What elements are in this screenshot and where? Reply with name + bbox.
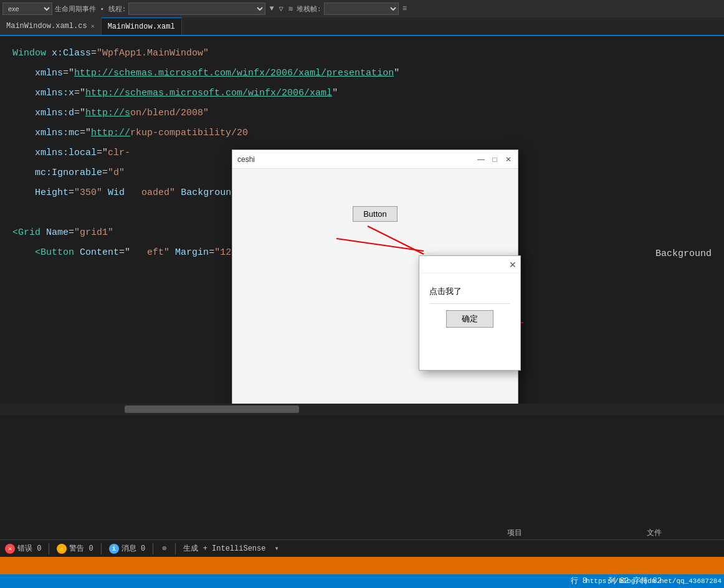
stack-label: 堆栈帧: — [297, 4, 322, 14]
divider-3 — [153, 543, 153, 554]
filter-icon: ▼ — [268, 4, 275, 13]
lifecycle-label: 生命周期事件 • 线程: — [55, 4, 126, 14]
divider-4 — [175, 543, 176, 554]
file-label: 文件 — [647, 528, 662, 538]
wpf-controls: — □ ✕ — [477, 155, 513, 164]
project-label: 项目 — [507, 528, 522, 538]
thread-dropdown[interactable] — [128, 2, 265, 15]
warning-badge: ⚠ 警告 0 — [57, 543, 93, 554]
blog-label: https://blog.csdn.net/qq_43687284 — [586, 574, 724, 588]
row-label: 行 8 — [571, 574, 587, 588]
orange-bar — [0, 557, 724, 574]
tabs-row: MainWindow.xaml.cs ✕ MainWindow.xaml — [0, 17, 724, 36]
error-badge: ✕ 错误 0 — [5, 543, 41, 554]
build-label: 生成 + IntelliSense — [183, 543, 265, 554]
tab-label-active: MainWindow.xaml — [108, 22, 175, 31]
code-line-2: xmlns="http://schemas.microsoft.com/winf… — [12, 64, 712, 83]
info-badge: i 消息 0 — [109, 543, 145, 554]
dialog-close-button[interactable]: ✕ — [509, 260, 517, 270]
divider-1 — [49, 543, 49, 554]
wpf-titlebar: ceshi — □ ✕ — [232, 150, 518, 169]
tab-label: MainWindow.xaml.cs — [6, 22, 87, 31]
filter2-icon: ▽ — [278, 4, 285, 14]
editor-area: Window x:Class="WpfApp1.MainWindow" xmln… — [0, 36, 724, 404]
dialog-window: ✕ 点击我了 确定 — [419, 255, 521, 371]
error-icon: ✕ — [5, 544, 15, 554]
scroll-thumb[interactable] — [125, 405, 299, 413]
warning-label: 警告 0 — [69, 543, 93, 554]
tab-close-icon[interactable]: ✕ — [91, 22, 95, 30]
divider-2 — [101, 543, 102, 554]
stack-dropdown[interactable] — [324, 2, 399, 15]
dialog-ok-button[interactable]: 确定 — [446, 310, 493, 328]
more-icon: ≡ — [401, 4, 408, 13]
info-icon: i — [109, 544, 119, 554]
wpf-button[interactable]: Button — [353, 206, 398, 222]
dialog-titlebar: ✕ — [419, 256, 520, 273]
tab-mainwindow-xaml[interactable]: MainWindow.xaml — [102, 17, 182, 35]
wpf-close-button[interactable]: ✕ — [504, 155, 513, 164]
code-line-1: Window x:Class="WpfApp1.MainWindow" — [12, 44, 712, 64]
filter3-icon: ⊗ — [161, 544, 168, 553]
top-toolbar: exe 生命周期事件 • 线程: ▼ ▽ ≋ 堆栈帧: ≡ — [0, 0, 724, 17]
wave-icon: ≋ — [287, 4, 294, 14]
exe-dropdown[interactable]: exe — [2, 2, 52, 15]
tab-mainwindow-cs[interactable]: MainWindow.xaml.cs ✕ — [0, 17, 102, 35]
dialog-message: 点击我了 — [429, 286, 510, 297]
wpf-title: ceshi — [237, 155, 255, 164]
wpf-maximize-button[interactable]: □ — [490, 155, 499, 164]
code-line-5: xmlns:mc="http://rkup-compatibility/20 — [12, 123, 712, 143]
bottom-labels: 项目 文件 — [507, 528, 662, 538]
scroll-area[interactable] — [0, 404, 724, 415]
build-dropdown-icon[interactable]: ▾ — [273, 544, 280, 553]
dialog-separator — [429, 303, 510, 304]
error-bar: ✕ 错误 0 ⚠ 警告 0 i 消息 0 ⊗ 生成 + IntelliSense… — [0, 539, 724, 557]
code-line-4: xmlns:d="http://son/blend/2008" — [12, 103, 712, 123]
code-line-3: xmlns:x="http://schemas.microsoft.com/wi… — [12, 83, 712, 103]
wpf-minimize-button[interactable]: — — [477, 155, 485, 164]
warning-icon: ⚠ — [57, 544, 67, 554]
dialog-content: 点击我了 确定 — [419, 273, 520, 335]
error-label: 错误 0 — [17, 543, 41, 554]
background-text: Background — [655, 249, 712, 259]
info-label: 消息 0 — [121, 543, 145, 554]
